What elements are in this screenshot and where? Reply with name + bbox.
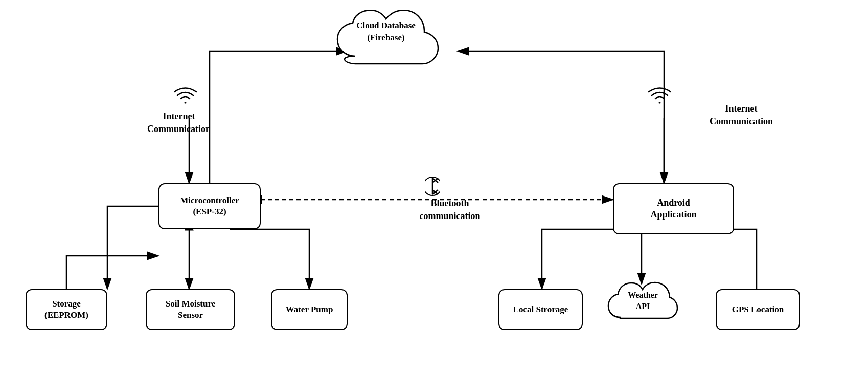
microcontroller-node: Microcontroller(ESP-32) (158, 183, 261, 229)
weather-api-node: WeatherAPI (606, 280, 680, 332)
android-app-node: AndroidApplication (613, 183, 734, 234)
internet-communication-left-label: InternetCommunication (128, 110, 230, 136)
wifi-icon-left (174, 84, 197, 106)
water-pump-node: Water Pump (271, 289, 348, 330)
local-storage-node: Local Strorage (498, 289, 583, 330)
wifi-icon-right (648, 84, 671, 106)
bluetooth-label: Bluetoothcommunication (404, 197, 496, 223)
weather-api-label: WeatherAPI (606, 290, 680, 313)
storage-node: Storage(EEPROM) (26, 289, 107, 330)
cloud-database-node: Cloud Database(Firebase) (330, 10, 463, 77)
soil-sensor-node: Soil MoistureSensor (146, 289, 235, 330)
gps-location-node: GPS Location (716, 289, 800, 330)
diagram: Cloud Database(Firebase) Microcontroller… (0, 0, 868, 371)
cloud-db-label: Cloud Database(Firebase) (330, 19, 442, 44)
internet-communication-right-label: InternetCommunication (690, 102, 792, 128)
